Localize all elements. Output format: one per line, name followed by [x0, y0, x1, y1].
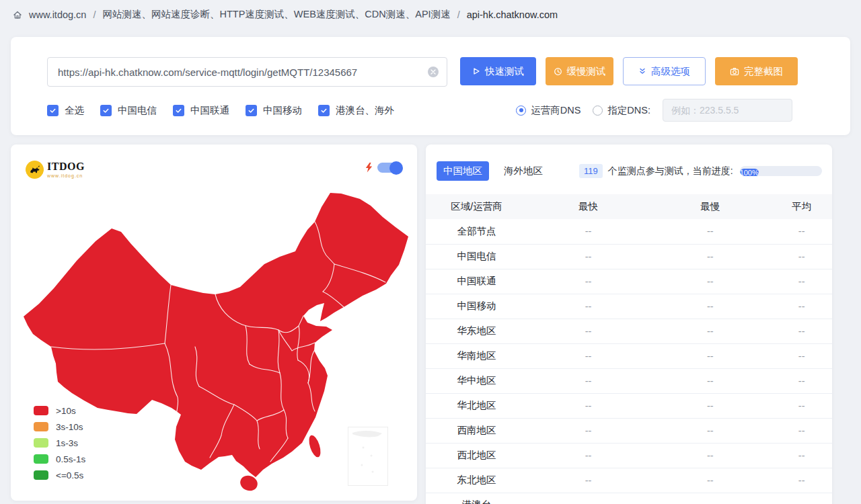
logo-title: ITDOG	[47, 161, 85, 172]
table-row: 全部节点------	[426, 219, 832, 244]
slow-test-button[interactable]: 缓慢测试	[546, 57, 613, 85]
breadcrumb-current: api-hk.chatknow.com	[467, 9, 558, 20]
value-cell: --	[527, 294, 649, 319]
legend-swatch	[34, 438, 48, 448]
value-cell: --	[771, 493, 832, 504]
play-icon	[472, 67, 480, 75]
toggle-knob	[389, 161, 403, 175]
column-header: 平均	[771, 194, 832, 219]
radio-unselected-icon	[593, 106, 603, 116]
table-row: 华南地区------	[426, 343, 832, 368]
value-cell: --	[527, 468, 649, 493]
value-cell: --	[771, 319, 832, 343]
breadcrumb-section[interactable]: 网站测速、网站速度诊断、HTTP速度测试、WEB速度测试、CDN测速、API测速	[102, 8, 450, 21]
carrier-checkbox[interactable]: 中国移动	[246, 104, 302, 117]
carrier-checkbox[interactable]: 港澳台、海外	[318, 104, 394, 117]
region-cell: 中国电信	[426, 244, 527, 269]
region-cell: 全部节点	[426, 219, 527, 244]
value-cell: --	[649, 269, 771, 294]
table-row: 中国联通------	[426, 269, 832, 294]
checkbox-check-icon	[100, 105, 112, 116]
region-cell: 华南地区	[426, 343, 527, 368]
region-cell: 华东地区	[426, 319, 527, 343]
legend-label: 1s-3s	[56, 438, 78, 448]
value-cell: --	[649, 294, 771, 319]
carrier-checkbox[interactable]: 中国联通	[173, 104, 229, 117]
carrier-checkbox[interactable]: 中国电信	[100, 104, 157, 117]
value-cell: --	[649, 368, 771, 393]
value-cell: --	[771, 368, 832, 393]
home-icon	[12, 9, 23, 20]
checkbox-check-icon	[47, 105, 59, 116]
legend-item: 1s-3s	[34, 438, 85, 448]
value-cell: --	[771, 244, 832, 269]
value-cell: --	[771, 443, 832, 468]
value-cell: --	[771, 468, 832, 493]
clock-icon	[554, 67, 562, 76]
results-table: 区域/运营商最快最慢平均 全部节点------中国电信------中国联通---…	[426, 194, 832, 504]
clear-icon[interactable]	[428, 67, 439, 77]
table-row: 中国电信------	[426, 244, 832, 269]
carrier-checkbox-group: 全选中国电信中国联通中国移动港澳台、海外	[47, 104, 394, 117]
test-form-card: 快速测试 缓慢测试 高级选项 完整截图 全选中国电	[11, 37, 850, 135]
region-cell: 东北地区	[426, 468, 527, 493]
breadcrumb-home[interactable]: www.itdog.cn	[29, 9, 86, 20]
logo-subtitle: www.itdog.cn	[47, 173, 85, 178]
value-cell: --	[771, 219, 832, 244]
progress-fill: 100%	[740, 169, 759, 176]
advanced-options-button[interactable]: 高级选项	[623, 57, 706, 85]
double-chevron-down-icon	[638, 67, 646, 75]
region-tabs: 中国地区海外地区	[437, 161, 550, 181]
value-cell: --	[527, 343, 649, 368]
legend-item: 0.5s-1s	[34, 454, 85, 464]
tab-overseas-region[interactable]: 海外地区	[497, 161, 550, 181]
value-cell: --	[527, 269, 649, 294]
dns-options: 运营商DNS 指定DNS:	[516, 99, 792, 122]
carrier-dns-radio[interactable]: 运营商DNS	[516, 104, 581, 117]
value-cell: --	[771, 343, 832, 368]
url-input-wrap	[47, 57, 447, 87]
value-cell: --	[649, 418, 771, 443]
value-cell: --	[649, 319, 771, 343]
custom-dns-radio[interactable]: 指定DNS:	[593, 104, 650, 117]
value-cell: --	[649, 393, 771, 418]
checkbox-label: 中国电信	[118, 104, 157, 117]
legend-item: 3s-10s	[34, 422, 85, 431]
carrier-checkbox[interactable]: 全选	[47, 104, 84, 117]
table-row: 港澳台------	[426, 493, 832, 504]
legend-swatch	[34, 406, 48, 415]
south-china-sea-inset	[348, 427, 388, 486]
toggle-switch[interactable]	[377, 163, 402, 173]
checkbox-label: 中国移动	[263, 104, 302, 117]
region-cell: 西北地区	[426, 443, 527, 468]
value-cell: --	[527, 393, 649, 418]
legend-item: >10s	[34, 406, 85, 415]
tab-china-region[interactable]: 中国地区	[437, 161, 489, 181]
breadcrumb-separator: /	[457, 9, 461, 20]
table-row: 华东地区------	[426, 319, 832, 343]
checkbox-check-icon	[318, 105, 330, 116]
value-cell: --	[649, 244, 771, 269]
results-header: 中国地区海外地区 119 个监测点参与测试，当前进度: 100%	[426, 144, 832, 181]
region-cell: 西南地区	[426, 418, 527, 443]
checkbox-label: 中国联通	[190, 104, 229, 117]
value-cell: --	[771, 418, 832, 443]
speed-mode-toggle	[365, 163, 402, 173]
full-screenshot-button[interactable]: 完整截图	[715, 57, 798, 85]
checkbox-label: 港澳台、海外	[336, 104, 394, 117]
value-cell: --	[771, 294, 832, 319]
itdog-logo[interactable]: ITDOG www.itdog.cn	[26, 161, 85, 179]
map-panel: ITDOG www.itdog.cn	[11, 144, 417, 501]
map-legend: >10s3s-10s1s-3s0.5s-1s<=0.5s	[34, 406, 85, 480]
url-input[interactable]	[47, 57, 447, 87]
value-cell: --	[771, 393, 832, 418]
value-cell: --	[527, 443, 649, 468]
value-cell: --	[649, 468, 771, 493]
breadcrumb-separator: /	[92, 9, 96, 20]
table-row: 东北地区------	[426, 468, 832, 493]
custom-dns-input[interactable]	[663, 99, 792, 122]
value-cell: --	[649, 219, 771, 244]
value-cell: --	[649, 493, 771, 504]
checkbox-check-icon	[173, 105, 184, 116]
quick-test-button[interactable]: 快速测试	[460, 57, 536, 85]
